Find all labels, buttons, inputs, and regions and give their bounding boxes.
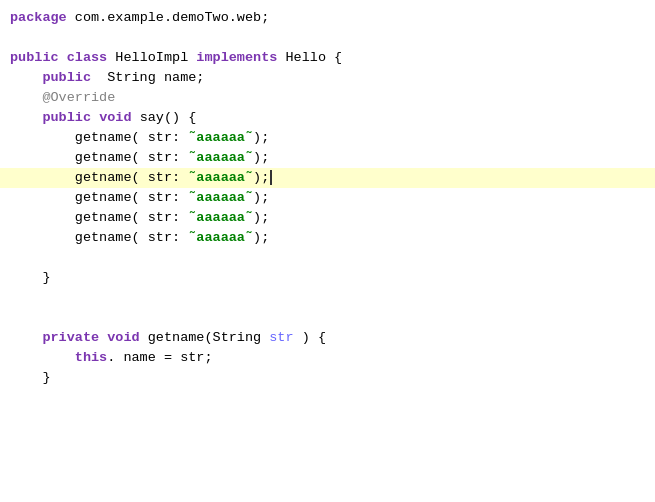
code-line-8: getname( str: ˜aaaaaa˜); (0, 148, 655, 168)
code-line-4: public String name; (0, 68, 655, 88)
code-line-7: getname( str: ˜aaaaaa˜); (0, 128, 655, 148)
code-line-11: getname( str: ˜aaaaaa˜); (0, 208, 655, 228)
code-line-14: } (0, 268, 655, 288)
code-line-16 (0, 308, 655, 328)
code-editor: package com.example.demoTwo.web;public c… (0, 0, 655, 502)
code-line-9: getname( str: ˜aaaaaa˜); (0, 168, 655, 188)
code-line-12: getname( str: ˜aaaaaa˜); (0, 228, 655, 248)
code-line-6: public void say() { (0, 108, 655, 128)
code-line-3: public class HelloImpl implements Hello … (0, 48, 655, 68)
code-line-19: } (0, 368, 655, 388)
code-line-15 (0, 288, 655, 308)
code-line-5: @Override (0, 88, 655, 108)
code-line-2 (0, 28, 655, 48)
code-line-17: private void getname(String str ) { (0, 328, 655, 348)
code-line-1: package com.example.demoTwo.web; (0, 8, 655, 28)
cursor (270, 170, 272, 185)
code-line-18: this. name = str; (0, 348, 655, 368)
code-area: package com.example.demoTwo.web;public c… (0, 0, 655, 396)
code-line-10: getname( str: ˜aaaaaa˜); (0, 188, 655, 208)
code-line-13 (0, 248, 655, 268)
